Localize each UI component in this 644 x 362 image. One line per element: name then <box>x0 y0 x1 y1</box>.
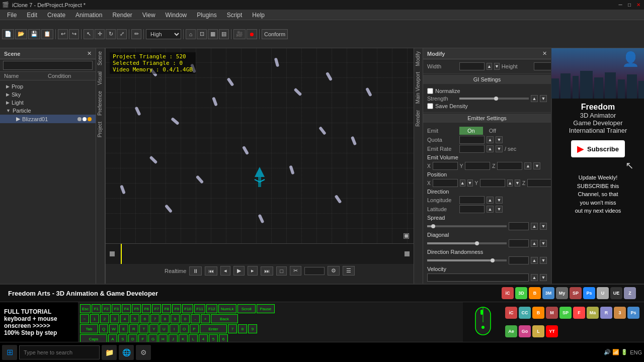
velocity-input[interactable]: 5185 <box>427 274 529 282</box>
pos-y-down[interactable]: ▼ <box>515 179 520 187</box>
frame-input[interactable]: 62 <box>304 267 325 275</box>
vel-down[interactable]: ▼ <box>540 274 547 281</box>
icon-photoshop[interactable]: Ps <box>583 287 595 299</box>
emit-rate-input[interactable]: 1200 <box>459 145 485 153</box>
icon-3dsmax[interactable]: 3M <box>542 287 554 299</box>
key-tilde[interactable]: ~ <box>80 314 89 323</box>
spread-down[interactable]: ▼ <box>540 223 547 230</box>
strength-slider[interactable] <box>459 98 529 100</box>
scene-close-icon[interactable]: ✕ <box>87 50 92 57</box>
main-viewport-tab[interactable]: Main Viewport <box>414 69 423 107</box>
key-d[interactable]: D <box>128 334 137 342</box>
quota-input[interactable]: 3000 <box>459 136 485 144</box>
pos-x-down[interactable]: ▼ <box>467 179 473 187</box>
record-btn[interactable]: ⏺ <box>247 29 257 39</box>
key-caps[interactable]: Caps <box>80 334 107 342</box>
home-btn[interactable]: ⌂ <box>186 29 196 39</box>
diag-down[interactable]: ▼ <box>540 240 547 247</box>
diagonal-input[interactable]: 100 <box>509 239 529 247</box>
icon-b2[interactable]: CC <box>519 307 531 319</box>
quota-up[interactable]: ▲ <box>487 136 494 143</box>
icon-unity[interactable]: U <box>597 287 609 299</box>
normalize-checkbox[interactable] <box>427 88 433 94</box>
menu-window[interactable]: Window <box>160 11 192 20</box>
icon-b7[interactable]: Ma <box>587 307 599 319</box>
lat-up[interactable]: ▲ <box>487 206 494 213</box>
scale-btn[interactable]: ⤢ <box>117 29 127 39</box>
key-f11[interactable]: F11 <box>194 304 205 313</box>
record-mode-button[interactable]: □ <box>276 266 287 276</box>
key-a[interactable]: A <box>108 334 117 342</box>
key-s[interactable]: S <box>118 334 127 342</box>
key-enter[interactable]: Enter <box>200 324 227 333</box>
icon-b6[interactable]: F <box>573 307 585 319</box>
tree-item-prop[interactable]: ▶ Prop <box>0 82 96 90</box>
key-1[interactable]: 1 <box>90 314 99 323</box>
key-2[interactable]: 2 <box>100 314 109 323</box>
key-f1[interactable]: F1 <box>92 304 101 313</box>
save-btn[interactable]: 💾 <box>28 29 40 39</box>
undo-btn[interactable]: ↩ <box>58 29 68 39</box>
icon-substance[interactable]: SP <box>570 287 582 299</box>
key-backspace[interactable]: Back <box>211 314 238 323</box>
tb-settings[interactable]: ⚙ <box>136 345 151 360</box>
dr-slider[interactable] <box>427 259 507 261</box>
key-0[interactable]: 0 <box>181 314 190 323</box>
width-input[interactable]: 20 <box>459 62 485 70</box>
spread-input[interactable]: 0 <box>509 222 529 230</box>
strength-down[interactable]: ▼ <box>540 95 547 102</box>
key-num8[interactable]: 8 <box>238 324 247 333</box>
key-num4[interactable]: 4 <box>199 334 208 342</box>
key-l[interactable]: L <box>189 334 198 342</box>
key-f6[interactable]: F6 <box>142 304 151 313</box>
tree-item-sky[interactable]: ▶ Sky <box>0 90 96 99</box>
save-density-checkbox[interactable] <box>427 103 433 109</box>
icon-b10[interactable]: Ps <box>627 307 639 319</box>
icon-b5[interactable]: SP <box>559 307 572 319</box>
pause-button[interactable]: ⏸ <box>189 266 202 276</box>
diagonal-slider[interactable] <box>427 242 507 244</box>
rotate-btn[interactable]: ↻ <box>106 29 116 39</box>
strength-up[interactable]: ▲ <box>531 95 538 102</box>
new-btn[interactable]: 📄 <box>2 29 14 39</box>
icon-b9[interactable]: 3 <box>614 307 626 319</box>
dr-up[interactable]: ▲ <box>531 257 538 264</box>
icon-blender[interactable]: B <box>529 287 541 299</box>
quality-select[interactable]: High Medium Low <box>146 29 181 39</box>
key-p[interactable]: P <box>190 324 199 333</box>
key-tab[interactable]: Tab <box>80 324 98 333</box>
vert-visual[interactable]: Visual <box>96 68 105 88</box>
render-tab[interactable]: Render <box>414 107 423 130</box>
conform-btn[interactable]: Conform <box>262 29 288 39</box>
minimize-button[interactable]: ─ <box>617 2 624 9</box>
ev-down[interactable]: ▼ <box>533 162 540 169</box>
key-f9[interactable]: F9 <box>172 304 181 313</box>
key-4[interactable]: 4 <box>120 314 129 323</box>
ortho-btn[interactable]: ▤ <box>219 29 229 39</box>
menu-script[interactable]: Script <box>222 11 248 20</box>
lon-up[interactable]: ▲ <box>487 197 494 204</box>
spread-up[interactable]: ▲ <box>531 223 538 230</box>
key-k[interactable]: K <box>179 334 188 342</box>
key-plus[interactable]: + <box>201 314 210 323</box>
ev-x-input[interactable]: 2400 <box>433 162 458 170</box>
quota-down[interactable]: ▼ <box>496 136 503 143</box>
lon-down[interactable]: ▼ <box>496 197 503 204</box>
vert-scene[interactable]: Scene <box>96 48 105 68</box>
tree-item-light[interactable]: ▶ Light <box>0 99 96 107</box>
latitude-input[interactable]: -76 <box>459 205 485 213</box>
icon-iclone[interactable]: iC <box>502 287 514 299</box>
width-spin-down[interactable]: ▼ <box>494 63 500 70</box>
vert-project[interactable]: Project <box>96 119 105 140</box>
list-button[interactable]: ☰ <box>343 266 355 276</box>
maximize-button[interactable]: □ <box>626 2 633 9</box>
key-scroll[interactable]: Scroll <box>237 304 256 313</box>
open-btn[interactable]: 📂 <box>15 29 27 39</box>
subscribe-button[interactable]: ▶ Subscribe <box>571 140 625 157</box>
dr-down[interactable]: ▼ <box>540 257 547 264</box>
ev-y-input[interactable]: 2400 <box>465 162 490 170</box>
key-h[interactable]: H <box>158 334 168 342</box>
key-num9[interactable]: 9 <box>248 324 257 333</box>
pos-x-up[interactable]: ▲ <box>460 179 465 187</box>
menu-view[interactable]: View <box>137 11 160 20</box>
